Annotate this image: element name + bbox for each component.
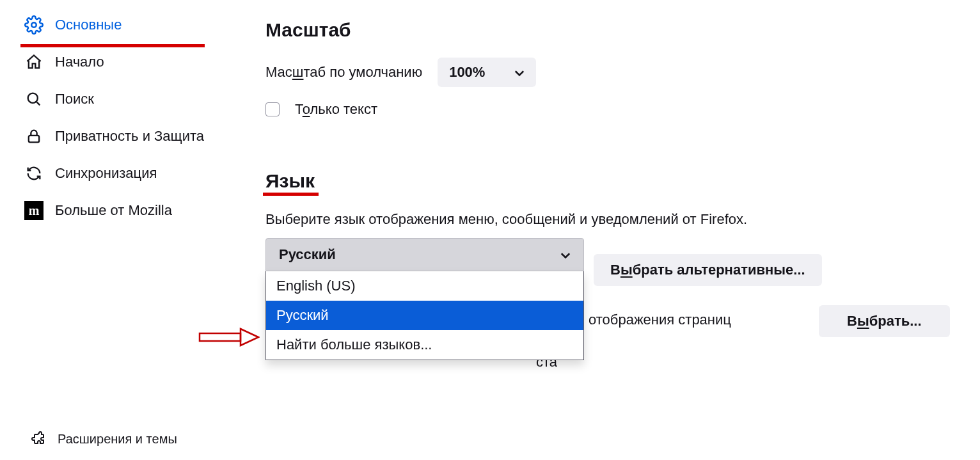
default-zoom-value: 100% xyxy=(449,64,485,81)
sidebar-item-label: Поиск xyxy=(55,90,94,108)
sidebar-item-sync[interactable]: Синхронизация xyxy=(0,155,243,192)
zoom-text-only-row: Только текст xyxy=(265,101,961,118)
firefox-language-select[interactable]: Русский xyxy=(265,238,584,271)
zoom-text-only-label: Только текст xyxy=(295,101,377,118)
sidebar-item-label: Больше от Mozilla xyxy=(55,202,172,219)
svg-point-1 xyxy=(28,93,38,103)
sidebar-item-home[interactable]: Начало xyxy=(0,44,243,81)
sidebar-item-label: Синхронизация xyxy=(55,164,157,182)
sidebar-item-label: Начало xyxy=(55,53,104,71)
sidebar-item-label: Основные xyxy=(55,16,122,34)
zoom-text-only-checkbox[interactable] xyxy=(265,102,280,116)
default-zoom-label: Масштаб по умолчанию xyxy=(265,64,422,81)
settings-sidebar: Основные Начало Поиск Приватность и Защи… xyxy=(0,6,243,229)
search-icon xyxy=(24,90,43,109)
language-option-more[interactable]: Найти больше языков... xyxy=(266,330,583,360)
sidebar-item-label: Приватность и Защита xyxy=(55,127,204,145)
svg-rect-3 xyxy=(200,333,241,341)
language-selected-value: Русский xyxy=(279,246,336,263)
language-option-russian[interactable]: Русский xyxy=(266,301,583,330)
sidebar-item-general[interactable]: Основные xyxy=(0,6,243,44)
language-option-english[interactable]: English (US) xyxy=(266,271,583,301)
gear-icon xyxy=(24,15,43,35)
svg-rect-2 xyxy=(29,136,39,143)
chevron-down-icon xyxy=(560,246,571,263)
language-description: Выберите язык отображения меню, сообщени… xyxy=(265,211,961,228)
language-dropdown: English (US) Русский Найти больше языков… xyxy=(265,271,584,360)
set-alternatives-button[interactable]: Выбрать альтернативные... xyxy=(594,254,822,286)
svg-point-0 xyxy=(31,22,36,28)
puzzle-icon xyxy=(29,431,46,447)
language-heading: Язык xyxy=(265,170,961,192)
sidebar-item-mozilla[interactable]: m Больше от Mozilla xyxy=(0,192,243,229)
sidebar-item-search[interactable]: Поиск xyxy=(0,81,243,118)
sidebar-item-label: Расширения и темы xyxy=(58,432,177,447)
lock-icon xyxy=(24,127,43,146)
sidebar-item-privacy[interactable]: Приватность и Защита xyxy=(0,118,243,155)
default-zoom-select[interactable]: 100% xyxy=(438,58,536,87)
home-icon xyxy=(24,52,43,72)
zoom-heading: Масштаб xyxy=(265,19,961,41)
annotation-underline xyxy=(263,193,319,196)
mozilla-icon: m xyxy=(24,201,43,220)
sidebar-item-extensions[interactable]: Расширения и темы xyxy=(0,431,243,447)
page-language-label-fragment: отображения страниц xyxy=(589,312,731,328)
choose-button[interactable]: Выбрать... xyxy=(819,305,950,337)
chevron-down-icon xyxy=(514,64,525,81)
default-zoom-row: Масштаб по умолчанию 100% xyxy=(265,58,961,87)
annotation-arrow xyxy=(198,328,260,347)
sync-icon xyxy=(24,164,43,183)
